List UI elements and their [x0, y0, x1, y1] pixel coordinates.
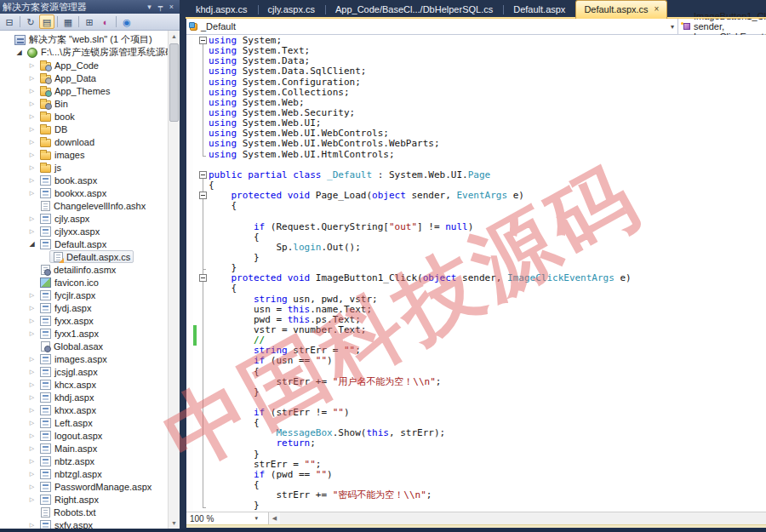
- document-tab[interactable]: Default.aspx: [503, 1, 575, 19]
- tree-item[interactable]: ▷cjly.aspx: [0, 212, 168, 225]
- tree-item[interactable]: ▷nbtz.aspx: [0, 455, 168, 467]
- tree-item[interactable]: ▷jcsjgl.aspx: [0, 365, 168, 378]
- tree-item[interactable]: ▷Right.aspx: [0, 493, 168, 506]
- tree-item[interactable]: Robots.txt: [0, 506, 168, 518]
- expand-arrow-icon[interactable]: ▷: [27, 369, 37, 375]
- expand-arrow-icon[interactable]: ▷: [27, 471, 37, 478]
- expand-arrow-icon[interactable]: ▷: [27, 356, 37, 363]
- help-icon[interactable]: ◉: [119, 14, 134, 29]
- tree-item[interactable]: ▷images.aspx: [0, 352, 168, 365]
- expand-arrow-icon[interactable]: ◢: [14, 49, 24, 56]
- tree-item[interactable]: ▷nbtzgl.aspx: [0, 467, 168, 480]
- expand-arrow-icon[interactable]: ◢: [27, 240, 37, 248]
- tree-item[interactable]: ▷khcx.aspx: [0, 378, 168, 391]
- tree-item[interactable]: ▷sxfy.aspx: [0, 518, 168, 529]
- code-folding-margin[interactable]: [197, 35, 209, 512]
- expand-arrow-icon[interactable]: ▷: [27, 496, 37, 503]
- tree-item[interactable]: ▷fycjlr.aspx: [0, 289, 168, 301]
- expand-arrow-icon[interactable]: ▷: [27, 458, 37, 465]
- tree-item[interactable]: ▷App_Code: [0, 59, 168, 72]
- tree-item[interactable]: ChangelevellInfo.ashx: [0, 199, 168, 212]
- expand-arrow-icon[interactable]: ▷: [27, 139, 37, 146]
- expand-arrow-icon[interactable]: ▷: [27, 330, 37, 337]
- tree-item[interactable]: ▷book.aspx: [0, 174, 168, 186]
- expand-arrow-icon[interactable]: ▷: [27, 445, 37, 452]
- tree-item[interactable]: ▷Bin: [0, 97, 168, 110]
- fold-toggle-icon[interactable]: [199, 274, 207, 282]
- tree-item[interactable]: ▷book: [0, 110, 168, 123]
- tree-item[interactable]: ▷logout.aspx: [0, 429, 168, 442]
- tree-item[interactable]: ▷DB: [0, 123, 168, 135]
- code-editor[interactable]: using System;using System.Text;using Sys…: [186, 35, 766, 512]
- breakpoint-margin[interactable]: [186, 35, 193, 512]
- expand-arrow-icon[interactable]: ▷: [27, 190, 37, 197]
- tree-item[interactable]: ◢Default.aspx: [0, 237, 168, 250]
- tree-item[interactable]: ▷khdj.aspx: [0, 391, 168, 403]
- close-icon[interactable]: ×: [166, 2, 177, 12]
- scroll-up-icon[interactable]: ▲: [169, 31, 180, 42]
- expand-arrow-icon[interactable]: ▷: [27, 394, 37, 401]
- tree-item[interactable]: ▷App_Data: [0, 72, 168, 84]
- fold-toggle-icon[interactable]: [199, 192, 207, 199]
- tree-item[interactable]: ▷fyxx.aspx: [0, 314, 168, 327]
- tree-item[interactable]: Default.aspx.cs: [0, 250, 168, 263]
- document-tab[interactable]: khdj.aspx.cs: [186, 1, 258, 19]
- tree-item[interactable]: ▷khxx.aspx: [0, 403, 168, 416]
- tree-item[interactable]: Global.asax: [0, 340, 168, 352]
- refresh-icon[interactable]: ↻: [23, 14, 38, 29]
- expand-arrow-icon[interactable]: ▷: [27, 113, 37, 120]
- expand-arrow-icon[interactable]: ▷: [27, 420, 37, 426]
- horizontal-scrollbar-track[interactable]: [280, 512, 766, 524]
- expand-arrow-icon[interactable]: ▷: [27, 62, 37, 69]
- fold-toggle-icon[interactable]: [199, 171, 207, 179]
- expand-arrow-icon[interactable]: ▷: [27, 126, 37, 133]
- tree-item[interactable]: detailinfo.asmx: [0, 263, 168, 276]
- window-position-menu-icon[interactable]: ▾: [144, 2, 155, 12]
- tree-item[interactable]: favicon.ico: [0, 276, 168, 289]
- tree-item[interactable]: ▷bookxx.aspx: [0, 186, 168, 199]
- tree-item[interactable]: 解决方案 "web.sln" (1 个项目): [0, 33, 168, 46]
- show-all-files-icon[interactable]: ▤: [39, 14, 54, 29]
- scroll-down-icon[interactable]: ▼: [169, 518, 180, 529]
- expand-arrow-icon[interactable]: ▷: [27, 228, 37, 235]
- tree-item[interactable]: ▷Left.aspx: [0, 416, 168, 429]
- pin-icon[interactable]: ┯: [155, 2, 166, 12]
- document-tab[interactable]: App_Code/BaseCl.../DbHelperSQL.cs: [325, 1, 503, 19]
- expand-arrow-icon[interactable]: ▷: [27, 177, 37, 184]
- expand-arrow-icon[interactable]: ▷: [27, 381, 37, 388]
- tree-item[interactable]: ▷images: [0, 148, 168, 161]
- properties-icon[interactable]: ▦: [60, 14, 76, 29]
- tree-item[interactable]: ▷Main.aspx: [0, 442, 168, 455]
- code-text[interactable]: using System;using System.Text;using Sys…: [209, 36, 766, 512]
- expand-arrow-icon[interactable]: ▷: [27, 75, 37, 82]
- tree-item[interactable]: ▷fyxx1.aspx: [0, 327, 168, 340]
- expand-arrow-icon[interactable]: ▷: [27, 215, 37, 222]
- tree-item[interactable]: ◢F:\...\房产连锁房源管理系统源码\: [0, 46, 168, 59]
- document-tab[interactable]: Default.aspx.cs×: [575, 0, 667, 19]
- expand-arrow-icon[interactable]: ▷: [27, 292, 37, 299]
- tree-item[interactable]: ▷download: [0, 135, 168, 148]
- expand-arrow-icon[interactable]: ▷: [27, 407, 37, 414]
- fold-toggle-icon[interactable]: [199, 37, 207, 44]
- expand-arrow-icon[interactable]: ▷: [27, 152, 37, 158]
- expand-arrow-icon[interactable]: ▷: [27, 305, 37, 312]
- tree-scrollbar[interactable]: ▲ ▼: [168, 31, 180, 529]
- tree-item[interactable]: ▷fydj.aspx: [0, 301, 168, 314]
- zoom-level-dropdown[interactable]: 100 % ▾: [186, 512, 269, 524]
- tree-scrollbar-thumb[interactable]: [169, 43, 179, 122]
- tree-item[interactable]: ▷PasswordManage.aspx: [0, 480, 168, 493]
- tree-item[interactable]: ▷js: [0, 161, 168, 174]
- expand-arrow-icon[interactable]: ▷: [27, 164, 37, 171]
- close-icon[interactable]: ×: [655, 5, 660, 14]
- expand-arrow-icon[interactable]: ▷: [27, 100, 37, 107]
- expand-arrow-icon[interactable]: ▷: [27, 317, 37, 324]
- copy-website-icon[interactable]: ⊞: [82, 14, 97, 29]
- tree-item[interactable]: ▷App_Themes: [0, 84, 168, 97]
- document-tab[interactable]: cjly.aspx.cs: [258, 1, 325, 19]
- tree-item[interactable]: ▷cjlyxx.aspx: [0, 225, 168, 237]
- method-dropdown[interactable]: ImageButton1_Click(object sender, ImageC…: [678, 19, 766, 34]
- class-dropdown[interactable]: _Default ▾: [186, 19, 678, 34]
- expand-arrow-icon[interactable]: ▷: [27, 483, 37, 490]
- expand-arrow-icon[interactable]: ▷: [27, 522, 37, 529]
- collapse-all-icon[interactable]: ⊟: [2, 14, 17, 29]
